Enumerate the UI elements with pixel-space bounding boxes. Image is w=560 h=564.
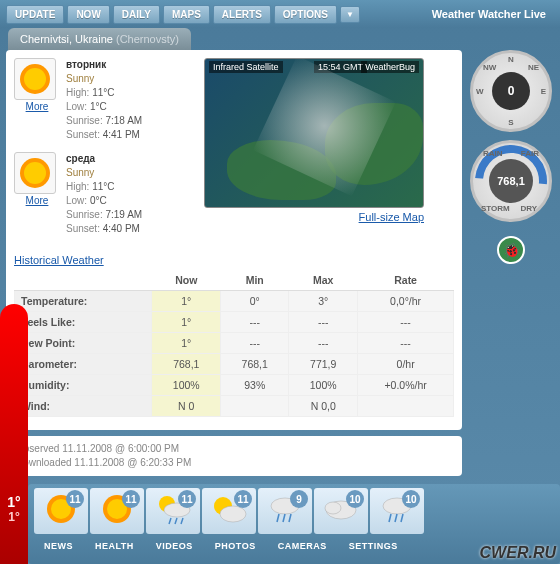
sun-icon: [14, 152, 56, 194]
location-alt: (Chernovsty): [116, 33, 179, 45]
more-link[interactable]: More: [26, 195, 49, 206]
settings-tab[interactable]: SETTINGS: [339, 538, 408, 554]
stat-label: Humidity:: [15, 375, 152, 396]
health-tab[interactable]: HEALTH: [85, 538, 144, 554]
day-temp-badge: 11: [234, 490, 252, 508]
svg-line-17: [283, 514, 285, 522]
stat-label: Wind:: [15, 396, 152, 417]
full-size-map-link[interactable]: Full-size Map: [204, 211, 424, 223]
daily-button[interactable]: DAILY: [113, 5, 160, 24]
high-value: 11°C: [92, 181, 114, 192]
location-tab-row: Chernivtsi, Ukraine (Chernovsty): [0, 28, 560, 50]
day-forecast-card[interactable]: 11: [202, 488, 256, 534]
maps-button[interactable]: MAPS: [163, 5, 210, 24]
compass-e: E: [541, 87, 546, 96]
news-tab[interactable]: NEWS: [34, 538, 83, 554]
satellite-map[interactable]: Infrared Satellite 15:54 GMT WeatherBug: [204, 58, 424, 208]
stat-now: 100%: [152, 375, 221, 396]
stat-min: 0°: [221, 291, 289, 312]
baro-dry: DRY: [520, 204, 537, 213]
weatherbug-icon[interactable]: 🐞: [497, 236, 525, 264]
forecast-day: вторник: [66, 58, 142, 72]
compass-n: N: [508, 55, 514, 64]
day-forecast-card[interactable]: 10: [314, 488, 368, 534]
main-panel: More вторник Sunny High: 11°C Low: 1°C S…: [6, 50, 462, 430]
sunset-value: 4:40 PM: [103, 223, 140, 234]
barometer-gauge: RAIN FAIR STORM DRY 768,1: [470, 140, 552, 222]
sunrise-value: 7:18 AM: [105, 115, 142, 126]
baro-fair: FAIR: [521, 149, 539, 158]
low-value: 1°C: [90, 101, 107, 112]
stat-now: 1°: [152, 312, 221, 333]
forecast-condition: Sunny: [66, 166, 142, 180]
baro-rain: RAIN: [483, 149, 503, 158]
col-rate: Rate: [358, 270, 454, 291]
stat-rate: 0/hr: [358, 354, 454, 375]
current-temp: 1°: [7, 494, 20, 510]
low-label: Low:: [66, 101, 87, 112]
feels-like-temp: 1°: [8, 510, 19, 524]
svg-point-1: [24, 68, 46, 90]
stat-label: Temperature:: [15, 291, 152, 312]
stat-min: 93%: [221, 375, 289, 396]
location-tab[interactable]: Chernivtsi, Ukraine (Chernovsty): [8, 28, 191, 50]
bottom-nav: NEWS HEALTH VIDEOS PHOTOS CAMERAS SETTIN…: [28, 538, 560, 554]
stat-max: ---: [289, 333, 358, 354]
map-title: Infrared Satellite: [209, 61, 283, 73]
forecast-condition: Sunny: [66, 72, 142, 86]
gauge-column: N S E W NE NW 0 RAIN FAIR STORM DRY 768,…: [468, 50, 554, 264]
stat-max: ---: [289, 312, 358, 333]
stat-rate: ---: [358, 312, 454, 333]
day-forecast-card[interactable]: 11: [146, 488, 200, 534]
more-link[interactable]: More: [26, 101, 49, 112]
day-forecast-card[interactable]: 11: [34, 488, 88, 534]
map-source: WeatherBug: [361, 61, 419, 73]
stat-label: Feels Like:: [15, 312, 152, 333]
now-button[interactable]: NOW: [67, 5, 109, 24]
table-row: Barometer: 768,1 768,1 771,9 0/hr: [15, 354, 454, 375]
cameras-tab[interactable]: CAMERAS: [268, 538, 337, 554]
svg-line-16: [277, 514, 279, 522]
day-forecast-card[interactable]: 11: [90, 488, 144, 534]
update-button[interactable]: UPDATE: [6, 5, 64, 24]
table-row: Temperature: 1° 0° 3° 0,0°/hr: [15, 291, 454, 312]
day-forecast-card[interactable]: 10: [370, 488, 424, 534]
stat-max: 771,9: [289, 354, 358, 375]
location-city: Chernivtsi, Ukraine: [20, 33, 113, 45]
forecast-card: More среда Sunny High: 11°C Low: 0°C Sun…: [14, 152, 194, 236]
low-value: 0°C: [90, 195, 107, 206]
svg-line-12: [181, 518, 183, 524]
svg-line-22: [389, 514, 391, 522]
day-temp-badge: 11: [178, 490, 196, 508]
svg-line-11: [175, 518, 177, 524]
high-label: High:: [66, 87, 89, 98]
day-temp-badge: 10: [402, 490, 420, 508]
sunrise-label: Sunrise:: [66, 115, 103, 126]
stat-label: Dew Point:: [15, 333, 152, 354]
sunrise-value: 7:19 AM: [105, 209, 142, 220]
day-forecast-card[interactable]: 9: [258, 488, 312, 534]
observed-text: Observed 11.11.2008 @ 6:00:00 PM: [16, 442, 452, 456]
options-button[interactable]: OPTIONS: [274, 5, 337, 24]
stat-max: 100%: [289, 375, 358, 396]
high-value: 11°C: [92, 87, 114, 98]
options-dropdown-button[interactable]: ▼: [340, 6, 360, 23]
photos-tab[interactable]: PHOTOS: [205, 538, 266, 554]
historical-weather-link[interactable]: Historical Weather: [14, 254, 104, 266]
compass-s: S: [508, 118, 513, 127]
stat-min: ---: [221, 312, 289, 333]
wind-value: 0: [492, 72, 530, 110]
alerts-button[interactable]: ALERTS: [213, 5, 271, 24]
sunset-label: Sunset:: [66, 129, 100, 140]
sunrise-label: Sunrise:: [66, 209, 103, 220]
forecast-card: More вторник Sunny High: 11°C Low: 1°C S…: [14, 58, 194, 142]
svg-line-23: [395, 514, 397, 522]
stat-now: 1°: [152, 333, 221, 354]
baro-storm: STORM: [481, 204, 510, 213]
svg-point-20: [325, 502, 341, 514]
stat-max: 3°: [289, 291, 358, 312]
stat-min: 768,1: [221, 354, 289, 375]
videos-tab[interactable]: VIDEOS: [146, 538, 203, 554]
table-row: Feels Like: 1° --- --- ---: [15, 312, 454, 333]
svg-line-10: [169, 518, 171, 524]
